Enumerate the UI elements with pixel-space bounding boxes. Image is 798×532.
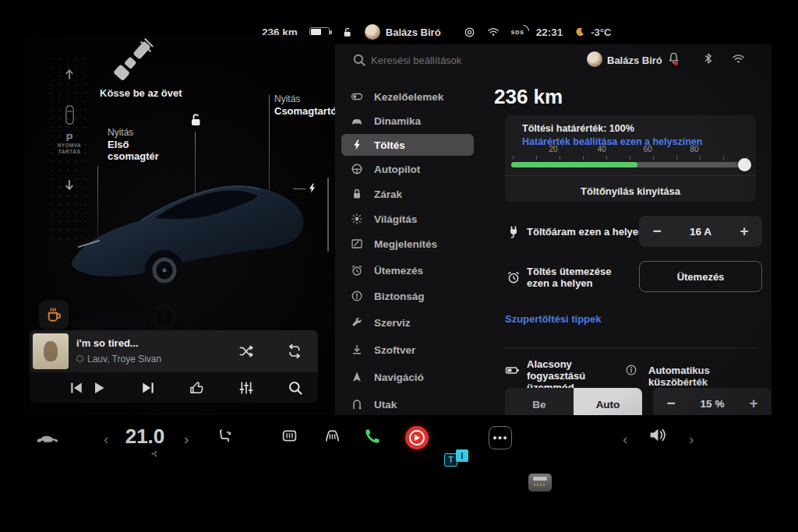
app-tile-i: I: [456, 449, 468, 462]
sidebar-item-toltes[interactable]: Töltés: [341, 135, 474, 155]
vehicle-render[interactable]: [66, 169, 316, 294]
scrollbar[interactable]: [327, 178, 329, 252]
sidebar-item-utemezes[interactable]: Ütemezés: [341, 260, 474, 280]
lock-unlocked-icon[interactable]: [341, 26, 353, 38]
sidebar-item-utak[interactable]: Utak: [341, 394, 474, 414]
toggle-option-be[interactable]: Be: [505, 388, 574, 415]
threshold-stepper: − 15 % +: [653, 388, 772, 415]
sidebar-item-autopilot[interactable]: Autopilot: [341, 159, 474, 179]
supercharging-tips-link[interactable]: Szupertöltési tippek: [505, 313, 602, 325]
slider-tick-label: 80: [690, 145, 698, 153]
play-icon[interactable]: [91, 380, 107, 396]
display-icon: [351, 238, 363, 250]
profile-name: Balázs Biró: [386, 26, 441, 38]
album-art: [33, 333, 69, 369]
seat-heater-icon[interactable]: [217, 428, 233, 444]
equalizer-icon[interactable]: [238, 380, 254, 396]
frunk-open-control[interactable]: Nyitás Első csomagtér: [108, 127, 159, 162]
volume-down-chevron[interactable]: ‹: [623, 431, 627, 448]
cabin-temperature[interactable]: 21.0: [117, 425, 173, 449]
park-label[interactable]: P: [66, 133, 73, 143]
sidebar-item-navigacio[interactable]: Navigáció: [341, 367, 474, 387]
seatbelt-icon: [108, 37, 156, 85]
decrease-threshold-button[interactable]: −: [653, 395, 689, 412]
volume-icon[interactable]: [648, 427, 669, 443]
plug-icon: [507, 225, 521, 239]
sidebar-item-kezeloelemek[interactable]: Kezelőelemek: [341, 86, 474, 107]
media-search-icon[interactable]: [288, 380, 303, 396]
more-apps-button[interactable]: ●●●: [489, 426, 512, 449]
media-source-icon: [76, 355, 83, 362]
temp-down-chevron[interactable]: ‹: [104, 431, 108, 448]
settings-search-input[interactable]: [371, 51, 542, 69]
next-track-icon[interactable]: [140, 380, 156, 396]
sidebar-item-biztonsag[interactable]: Biztonság: [341, 286, 474, 306]
app-icon-card[interactable]: [528, 474, 552, 491]
now-playing[interactable]: i'm so tired... Lauv, Troye Sivan: [30, 330, 318, 372]
schedule-button[interactable]: Ütemezés: [639, 261, 762, 292]
download-icon: [351, 344, 363, 356]
info-icon[interactable]: [625, 364, 637, 376]
vehicle-panel: P NYOMVA TARTÁS Kösse be az övet Nyitás …: [23, 35, 335, 415]
wrench-icon: [351, 316, 363, 329]
phone-icon[interactable]: [364, 428, 381, 445]
cabin-camera-icon: [464, 26, 475, 38]
repeat-icon[interactable]: [287, 344, 302, 359]
fan-icon: [150, 449, 159, 458]
profile-name[interactable]: Balázs Biró: [607, 55, 662, 66]
launcher-bar: ‹ 21.0 › T I ●●● ‹ ›: [0, 415, 798, 462]
rear-defrost-icon[interactable]: [281, 428, 298, 444]
app-icon-ti[interactable]: T I: [444, 449, 471, 471]
decrease-current-button[interactable]: −: [639, 223, 675, 240]
avatar[interactable]: [587, 51, 602, 67]
clock: 22:31: [536, 26, 563, 38]
increase-current-button[interactable]: +: [726, 223, 762, 240]
shift-up-arrow-icon[interactable]: [62, 67, 76, 81]
avatar: [365, 24, 380, 40]
outside-temperature: -3°C: [591, 26, 611, 38]
low-power-toggle: Be Auto: [505, 388, 642, 415]
increase-threshold-button[interactable]: +: [736, 395, 772, 412]
track-artists: Lauv, Troye Sivan: [87, 354, 161, 365]
schedule-label: Töltés ütemezése ezen a helyen: [527, 266, 636, 289]
temp-up-chevron[interactable]: ›: [184, 431, 189, 448]
sidebar-item-szerviz[interactable]: Szerviz: [341, 312, 474, 333]
charge-port-bolt-icon[interactable]: [306, 182, 318, 194]
charge-current-value: 16 A: [675, 226, 726, 238]
volume-up-chevron[interactable]: ›: [689, 431, 694, 448]
sidebar-item-zarak[interactable]: Zárak: [341, 184, 474, 204]
front-defrost-icon[interactable]: [324, 428, 341, 444]
heated-cup-button[interactable]: [39, 300, 69, 329]
brightness-icon: [351, 213, 363, 225]
car-top-view-icon: [64, 104, 76, 125]
search-icon: [352, 53, 366, 67]
shuffle-icon[interactable]: [238, 344, 254, 359]
threshold-value: 15 %: [689, 398, 736, 410]
unlock-icon[interactable]: [188, 112, 203, 128]
sidebar-item-vilagitas[interactable]: Világítás: [341, 209, 474, 229]
sidebar-item-szoftver[interactable]: Szoftver: [341, 340, 474, 360]
slider-handle[interactable]: [738, 158, 751, 171]
notifications-button[interactable]: [667, 51, 681, 67]
schedule-clock-icon: [507, 270, 521, 284]
slider-tick-label: 60: [643, 145, 651, 153]
bluetooth-icon[interactable]: [702, 52, 715, 65]
moon-icon: [574, 26, 585, 37]
toggle-option-auto[interactable]: Auto: [574, 388, 642, 415]
sidebar-item-dinamika[interactable]: Dinamika: [341, 111, 474, 131]
thumbs-up-icon[interactable]: [189, 380, 204, 396]
wifi-icon[interactable]: [732, 52, 745, 65]
trunk-open-control[interactable]: Nyitás Csomagtartó: [274, 93, 335, 117]
open-charge-port-button[interactable]: Töltőnyílás kinyitása: [505, 181, 756, 202]
cup-icon: [45, 306, 62, 323]
slider-tick-label: 40: [597, 145, 606, 153]
slider-tick-label: 20: [549, 145, 557, 153]
driver-profile[interactable]: Balázs Biró: [365, 24, 441, 40]
app-icon-music[interactable]: [405, 426, 429, 449]
charge-limit-slider[interactable]: [511, 162, 750, 167]
vehicle-controls-icon[interactable]: [35, 429, 60, 446]
previous-track-icon[interactable]: [69, 380, 84, 396]
sidebar-item-megjelenites[interactable]: Megjelenítés: [341, 234, 474, 254]
slider-tick-marks: [513, 156, 748, 160]
steering-wheel-icon: [351, 163, 363, 175]
